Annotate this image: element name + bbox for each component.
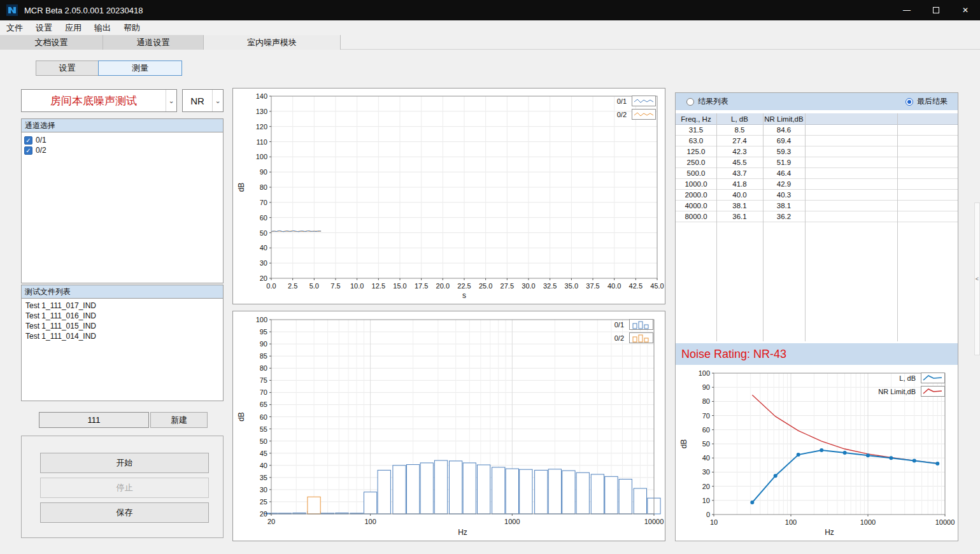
channel-list[interactable]: ✓0/1✓0/2 (21, 132, 224, 283)
subtab-settings[interactable]: 设置 (36, 60, 99, 76)
test-file-item[interactable]: Test 1_111_015_IND (22, 322, 223, 332)
noise-rating-text: Noise Rating: NR-43 (681, 348, 786, 361)
menu-file[interactable]: 文件 (0, 20, 29, 35)
table-cell: 38.1 (716, 201, 763, 211)
svg-text:0: 0 (706, 511, 710, 518)
svg-text:45.0: 45.0 (650, 282, 664, 290)
start-button[interactable]: 开始 (40, 453, 209, 473)
test-file-item[interactable]: Test 1_111_016_IND (22, 311, 223, 322)
tab-indoor-noise-module[interactable]: 室内噪声模块 (204, 35, 341, 50)
svg-text:100: 100 (364, 518, 376, 525)
legend-entry: NR Limit,dB (878, 386, 945, 397)
radio-last-result[interactable]: 最后结果 (905, 96, 948, 107)
checkbox-checked-icon[interactable]: ✓ (24, 146, 32, 155)
svg-text:32.5: 32.5 (543, 282, 557, 290)
table-header-cell[interactable]: NR Limit,dB (763, 113, 805, 124)
result-view-switch: 结果列表 最后结果 (676, 93, 958, 110)
test-file-item[interactable]: Test 1_111_014_IND (22, 332, 223, 342)
table-cell: 38.1 (763, 201, 805, 211)
channel-item[interactable]: ✓0/1 (22, 135, 223, 145)
panel-collapse-handle[interactable]: < (974, 202, 980, 355)
svg-text:50: 50 (260, 229, 267, 237)
result-chart: 010203040506070809010010100100010000HzdB… (676, 369, 958, 541)
file-prefix-input[interactable] (39, 412, 149, 428)
table-row[interactable]: 250.045.551.9 (676, 157, 958, 168)
svg-text:10: 10 (710, 518, 718, 526)
close-button[interactable]: ✕ (951, 0, 980, 20)
close-icon: ✕ (962, 6, 969, 15)
chevron-down-icon[interactable]: ⌄ (212, 90, 223, 111)
svg-text:60: 60 (260, 413, 267, 421)
menu-output[interactable]: 输出 (88, 20, 117, 35)
svg-text:10: 10 (702, 497, 710, 504)
svg-text:37.5: 37.5 (586, 282, 599, 290)
svg-text:1000: 1000 (504, 518, 520, 525)
test-file-list[interactable]: Test 1_111_017_INDTest 1_111_016_INDTest… (21, 299, 224, 401)
table-cell (897, 190, 958, 200)
svg-text:80: 80 (260, 183, 267, 191)
table-row[interactable]: 2000.040.040.3 (676, 190, 958, 201)
test-name-select[interactable]: 房间本底噪声测试 ⌄ (21, 89, 177, 112)
table-header-cell[interactable] (897, 113, 958, 124)
tab-document-settings[interactable]: 文档设置 (0, 35, 103, 50)
svg-text:20: 20 (267, 518, 275, 525)
table-header-cell[interactable] (805, 113, 897, 124)
table-cell: 1000.0 (676, 179, 716, 189)
table-column-divider (716, 113, 717, 341)
checkbox-checked-icon[interactable]: ✓ (24, 136, 32, 145)
test-file-item[interactable]: Test 1_111_017_IND (22, 301, 223, 311)
table-cell (897, 125, 958, 135)
save-button[interactable]: 保存 (40, 502, 209, 523)
svg-text:40: 40 (260, 462, 267, 469)
radio-result-list-label: 结果列表 (698, 96, 728, 107)
svg-text:70: 70 (260, 388, 267, 396)
titlebar: MCR Beta 2.05.0.001 20230418 — ✕ (0, 0, 980, 20)
tab-channel-settings[interactable]: 通道设置 (103, 35, 204, 50)
table-cell (897, 146, 958, 157)
table-cell: 27.4 (716, 136, 763, 146)
svg-text:Hz: Hz (458, 528, 467, 537)
table-row[interactable]: 63.027.469.4 (676, 136, 958, 146)
channel-item[interactable]: ✓0/2 (22, 145, 223, 155)
table-cell (805, 190, 897, 200)
table-cell: 125.0 (676, 146, 716, 157)
menu-settings[interactable]: 设置 (29, 20, 59, 35)
menu-help[interactable]: 帮助 (117, 20, 146, 35)
new-button[interactable]: 新建 (150, 412, 208, 428)
legend-wave-icon (632, 109, 656, 120)
menu-application[interactable]: 应用 (59, 20, 88, 35)
svg-text:45: 45 (260, 450, 267, 457)
radio-result-list[interactable]: 结果列表 (686, 96, 728, 107)
legend-entry: 0/1 (617, 96, 656, 106)
svg-text:70: 70 (260, 199, 267, 206)
svg-text:dB: dB (679, 439, 688, 449)
stop-button[interactable]: 停止 (40, 478, 209, 498)
svg-text:22.5: 22.5 (457, 282, 471, 290)
table-cell: 43.7 (716, 168, 763, 178)
legend-bars-icon (629, 319, 653, 330)
table-row[interactable]: 125.042.359.3 (676, 146, 958, 157)
legend-entry: 0/2 (614, 332, 653, 343)
table-row[interactable]: 8000.036.136.2 (676, 211, 958, 222)
chevron-down-icon[interactable]: ⌄ (166, 90, 176, 111)
legend-entry: 0/1 (614, 319, 653, 330)
svg-text:25.0: 25.0 (479, 282, 492, 290)
table-row[interactable]: 4000.038.138.1 (676, 201, 958, 211)
table-column-divider (897, 113, 898, 341)
legend-wave-icon (632, 96, 656, 106)
rating-type-select[interactable]: NR ⌄ (182, 89, 224, 112)
table-header-cell[interactable]: Freq., Hz (676, 113, 716, 124)
svg-text:80: 80 (702, 397, 710, 405)
maximize-button[interactable] (921, 0, 951, 20)
subtab-measure[interactable]: 测量 (98, 60, 182, 76)
table-row[interactable]: 500.043.746.4 (676, 168, 958, 179)
svg-text:65: 65 (260, 401, 267, 408)
svg-text:100: 100 (256, 153, 267, 160)
table-cell: 40.3 (763, 190, 805, 200)
svg-text:42.5: 42.5 (629, 282, 643, 290)
table-header-cell[interactable]: L, dB (716, 113, 763, 124)
table-row[interactable]: 1000.041.842.9 (676, 179, 958, 190)
table-cell (805, 179, 897, 189)
table-row[interactable]: 31.58.584.6 (676, 125, 958, 136)
minimize-button[interactable]: — (892, 0, 921, 20)
